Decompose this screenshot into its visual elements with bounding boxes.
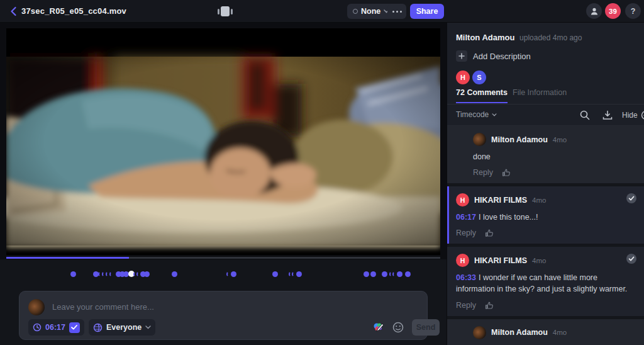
help-label: ? [631, 7, 636, 16]
help-button[interactable]: ? [625, 3, 641, 19]
comment-footer: Reply [456, 229, 636, 237]
more-options-button[interactable] [387, 4, 406, 19]
check-circle-icon [641, 110, 644, 120]
timeline-scrubber[interactable] [6, 257, 440, 259]
sidebar: Milton Adamou uploaded 4mo ago Add Descr… [447, 23, 644, 345]
frame-review-app: 37sec_R05_e05_cc04.mov None Share [0, 0, 644, 345]
tab-file-information[interactable]: File Information [513, 88, 567, 102]
comment-author: HIKARI FILMS [474, 256, 527, 265]
player-view-toggle-icon[interactable] [216, 6, 234, 17]
comment-input[interactable]: Leave your comment here... [52, 302, 316, 312]
mark-complete-toggle[interactable] [626, 253, 637, 266]
comment-list: Milton Adamou4modoneReplyHHIKARI FILMS4m… [447, 126, 644, 345]
share-label: Share [416, 7, 438, 16]
comment-markers-row [6, 269, 440, 280]
reply-button[interactable]: Reply [456, 301, 476, 310]
view-toggle-left-bar [218, 9, 219, 14]
avatar: H [456, 254, 469, 267]
thumbs-up-icon[interactable] [502, 168, 511, 177]
chevron-down-icon [492, 113, 497, 116]
comment-age: 4mo [532, 196, 546, 204]
check-icon [71, 325, 77, 330]
comment-text: done [473, 152, 491, 161]
share-button[interactable]: Share [410, 4, 444, 19]
back-icon[interactable] [8, 5, 20, 18]
comment-timecode[interactable]: 06:33 [456, 273, 476, 282]
comment-card[interactable]: HHIKARI FILMS4mo06:17I love this tone...… [447, 186, 644, 244]
avatar: H [456, 193, 469, 206]
file-title: 37sec_R05_e05_cc04.mov [21, 6, 126, 16]
timecode-value: 06:17 [45, 323, 65, 332]
add-description-button[interactable]: Add Description [456, 50, 531, 62]
collaborator-avatar[interactable]: S [472, 71, 486, 84]
comment-footer: Reply [473, 168, 636, 177]
comment-body: 06:33I wonder if we can have little more… [456, 272, 636, 295]
comment-marker[interactable] [231, 271, 236, 277]
user-icon [590, 7, 599, 16]
comment-card[interactable]: Milton Adamou4modone [447, 319, 644, 345]
uploader-meta: uploaded 4mo ago [519, 33, 582, 42]
notifications-badge[interactable]: 39 [605, 3, 621, 19]
thumbs-up-icon[interactable] [485, 301, 494, 310]
sort-dropdown[interactable]: Timecode [456, 110, 497, 119]
comment-footer: Reply [456, 301, 636, 310]
timecode-checkbox[interactable] [69, 322, 80, 333]
plus-icon [456, 50, 467, 62]
sort-label: Timecode [456, 110, 489, 119]
comment-marker[interactable] [382, 271, 387, 277]
comment-age: 4mo [553, 329, 567, 336]
account-button[interactable] [586, 3, 602, 19]
comment-marker[interactable] [70, 271, 76, 277]
download-icon[interactable] [602, 110, 613, 121]
emoji-smiley-icon[interactable] [392, 321, 404, 334]
view-toggle-right-bar [231, 9, 233, 14]
comments-filter-bar: Timecode Hide [447, 105, 644, 126]
thumbs-up-icon[interactable] [485, 229, 494, 237]
comment-card[interactable]: Milton Adamou4modoneReply [447, 126, 644, 183]
video-frame[interactable] [6, 28, 440, 255]
comment-text: I love this tone...! [479, 213, 538, 222]
reply-button[interactable]: Reply [473, 168, 493, 177]
tab-comments[interactable]: 72 Comments [456, 88, 508, 103]
annotate-brush-icon[interactable] [372, 321, 384, 334]
comment-header: Milton Adamou4mo [473, 326, 636, 339]
comment-marker[interactable] [296, 271, 302, 277]
comment-compose-box: Leave your comment here... 06:17 [19, 291, 428, 340]
comment-marker[interactable] [405, 271, 411, 277]
uploader-info: Milton Adamou uploaded 4mo ago [456, 33, 582, 42]
comment-card[interactable]: HHIKARI FILMS4mo06:33I wonder if we can … [447, 247, 644, 315]
avatar [473, 326, 486, 339]
comment-marker[interactable] [109, 271, 115, 277]
avatar [473, 133, 486, 146]
timeline-progress [6, 257, 129, 259]
audience-value: Everyone [106, 323, 142, 332]
top-bar: 37sec_R05_e05_cc04.mov None Share [0, 0, 644, 23]
comment-header: HHIKARI FILMS4mo [456, 193, 636, 206]
send-button[interactable]: Send [412, 319, 440, 336]
hide-completed-toggle[interactable]: Hide [622, 110, 644, 120]
notification-count: 39 [609, 8, 617, 15]
comment-marker[interactable] [364, 271, 369, 277]
reply-button[interactable]: Reply [456, 229, 476, 237]
comment-marker[interactable] [272, 271, 278, 277]
comment-timecode[interactable]: 06:17 [456, 213, 476, 222]
audience-dropdown[interactable]: Everyone [89, 319, 155, 336]
comment-age: 4mo [553, 136, 567, 144]
collaborator-avatar[interactable]: H [456, 71, 470, 84]
comment-header: HHIKARI FILMS4mo [456, 254, 636, 267]
timecode-chip[interactable]: 06:17 [28, 319, 84, 336]
sidebar-tabs: 72 Comments File Information [447, 88, 644, 105]
hide-label: Hide [622, 111, 638, 120]
comment-marker[interactable] [172, 271, 177, 277]
globe-icon [93, 323, 103, 332]
comment-marker[interactable] [144, 271, 150, 277]
uploader-name: Milton Adamou [456, 33, 514, 42]
search-icon[interactable] [579, 110, 591, 121]
mark-complete-toggle[interactable] [626, 193, 637, 206]
comment-body: 06:17I love this tone...! [456, 212, 636, 223]
add-description-label: Add Description [473, 52, 531, 61]
chevron-down-icon [145, 325, 151, 329]
comment-marker[interactable] [370, 271, 376, 277]
collaborator-avatars: HS [456, 71, 486, 84]
view-toggle-center [221, 6, 230, 16]
